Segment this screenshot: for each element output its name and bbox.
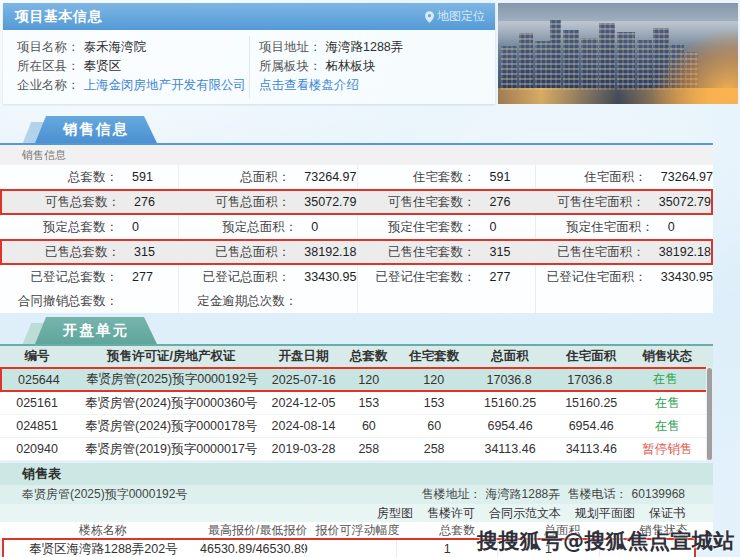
col-header-building: 楼栋名称 (0, 522, 205, 539)
unit-total-units: 258 (339, 442, 399, 456)
stat-cell: 已登记总套数：277 (0, 265, 178, 289)
company-link[interactable]: 上海金闵房地产开发有限公司 (84, 76, 247, 95)
link-floor-plan[interactable]: 房型图 (377, 505, 413, 522)
tab-opening-units[interactable]: 开盘单元 (35, 317, 157, 344)
stat-label: 总套数： (0, 169, 118, 186)
building-name: 奉贤区海湾路1288弄202号 (4, 541, 203, 557)
project-name-label: 项目名称： (17, 38, 80, 57)
opening-units-tab-row: 开盘单元 (0, 317, 740, 344)
stat-label: 已售总套数： (2, 244, 120, 261)
col-header-permit: 预售许可证/房地产权证 (74, 348, 268, 365)
sales-info-tab-label: 销售信息 (35, 116, 157, 143)
stat-label: 可售住宅面积： (535, 194, 645, 211)
tab-sales-info[interactable]: 销售信息 (35, 116, 157, 143)
sales-info-tab-underline (0, 143, 713, 145)
unit-row[interactable]: 025161 奉贤房管(2024)预字0000360号 2024-12-05 1… (0, 392, 713, 415)
stat-label: 预定总套数： (0, 219, 118, 236)
stat-cell: 总套数：591 (0, 165, 178, 189)
building-intro-link[interactable]: 点击查看楼盘介绍 (259, 76, 359, 95)
scrollbar-thumb[interactable] (707, 368, 712, 460)
block-field: 所属板块： 柘林板块 (259, 57, 495, 76)
unit-res-area: 34113.46 (551, 442, 632, 456)
address-field: 项目地址： 海湾路1288弄 (259, 38, 495, 57)
status-badge: 暂停销售 (632, 441, 703, 458)
col-header-open-date: 开盘日期 (268, 348, 339, 365)
office-phone-label: 售楼电话： (568, 487, 628, 501)
address-label: 项目地址： (259, 38, 322, 57)
map-pin-icon (425, 11, 434, 23)
project-basic-info-card: 项目基本信息 地图定位 项目名称： 泰禾海湾院 所在区县： 奉贤区 企业名 (3, 3, 495, 104)
link-sales-permit[interactable]: 售楼许可 (427, 505, 475, 522)
district-field: 所在区县： 奉贤区 (17, 57, 249, 76)
sales-info-row-reserved: 预定总套数：0 预定总面积：0 预定住宅套数：0 预定住宅面积：0 (0, 215, 713, 239)
units-table-header: 编号 预售许可证/房地产权证 开盘日期 总套数 住宅套数 总面积 住宅面积 销售… (0, 346, 713, 367)
link-planning-map[interactable]: 规划平面图 (575, 505, 635, 522)
sohu-watermark: 搜搜狐号@搜狐焦点宣城站 (477, 527, 735, 555)
stat-value: 591 (118, 170, 153, 184)
unit-res-area: 17036.8 (550, 373, 631, 387)
map-locate-link[interactable]: 地图定位 (425, 8, 485, 25)
office-address-label: 售楼地址： (422, 487, 482, 501)
unit-total-area: 6954.46 (469, 419, 550, 433)
stat-cell: 可售总面积：35072.79 (179, 191, 356, 213)
stat-value: 0 (654, 220, 675, 234)
block-value: 柘林板块 (326, 57, 376, 76)
stat-label: 已登记总套数： (0, 269, 118, 286)
project-card-right-column: 项目地址： 海湾路1288弄 所属板块： 柘林板块 点击查看楼盘介绍 (249, 30, 495, 104)
col-header-float: 报价可浮动幅度 (310, 522, 405, 539)
stat-label: 预定住宅面积： (536, 219, 654, 236)
stat-cell: 可售住宅面积：35072.79 (534, 191, 711, 213)
stat-cell: 预定住宅套数：0 (357, 215, 535, 239)
unit-total-units: 153 (339, 396, 399, 410)
sales-info-tab-row: 销售信息 (0, 116, 740, 143)
sales-info-row-registered: 已登记总套数：277 已登记总面积：33430.95 已登记住宅套数：277 已… (0, 265, 713, 289)
company-label: 企业名称： (17, 76, 80, 95)
opening-units-section: 开盘单元 编号 预售许可证/房地产权证 开盘日期 总套数 住宅套数 总面积 住宅… (0, 317, 740, 461)
unit-id: 025644 (2, 373, 76, 387)
unit-open-date: 2019-03-28 (268, 442, 339, 456)
unit-row-selected[interactable]: 025644 奉贤房管(2025)预字0000192号 2025-07-16 1… (0, 367, 713, 392)
photo-street-glow (498, 88, 738, 104)
stat-value: 38192.18 (290, 245, 356, 259)
unit-total-area: 34113.46 (469, 442, 550, 456)
stat-label: 定金逾期总次数： (179, 293, 297, 310)
address-value: 海湾路1288弄 (326, 38, 404, 57)
sales-info-section: 销售信息 销售信息 总套数：591 总面积：73264.97 住宅套数：591 … (0, 116, 740, 313)
link-guarantee[interactable]: 保证书 (649, 505, 685, 522)
unit-id: 024851 (0, 419, 74, 433)
stat-cell (357, 289, 535, 313)
unit-res-units: 153 (399, 396, 470, 410)
stat-value: 73264.97 (647, 170, 713, 184)
sales-info-row-total: 总套数：591 总面积：73264.97 住宅套数：591 住宅面积：73264… (0, 165, 713, 189)
project-card-header: 项目基本信息 地图定位 (3, 3, 495, 30)
stat-label: 可售住宅套数： (358, 194, 476, 211)
stat-cell: 可售住宅套数：276 (357, 191, 534, 213)
unit-total-area: 15160.25 (469, 396, 550, 410)
unit-res-area: 15160.25 (551, 396, 632, 410)
opening-units-table: 编号 预售许可证/房地产权证 开盘日期 总套数 住宅套数 总面积 住宅面积 销售… (0, 346, 713, 461)
unit-res-area: 6954.46 (551, 419, 632, 433)
link-contract-sample[interactable]: 合同示范文本 (489, 505, 561, 522)
col-header-price: 最高报价/最低报价 (205, 522, 310, 539)
stat-value: 0 (297, 220, 318, 234)
units-table-scrollbar[interactable] (706, 367, 713, 461)
stat-cell: 已登记住宅套数：277 (357, 265, 535, 289)
office-phone-value: 60139968 (632, 487, 685, 501)
status-badge: 在售 (630, 371, 700, 388)
sales-info-grid: 总套数：591 总面积：73264.97 住宅套数：591 住宅面积：73264… (0, 165, 713, 313)
district-value: 奉贤区 (84, 57, 122, 76)
unit-row[interactable]: 024851 奉贤房管(2024)预字0000178号 2024-08-14 6… (0, 415, 713, 438)
unit-open-date: 2024-12-05 (268, 396, 339, 410)
unit-row[interactable]: 020940 奉贤房管(2019)预字0000017号 2019-03-28 2… (0, 438, 713, 461)
stat-value: 315 (476, 245, 511, 259)
stat-label: 已售住宅面积： (535, 244, 645, 261)
stat-cell: 预定总面积：0 (178, 215, 356, 239)
stat-label: 已售总面积： (180, 244, 290, 261)
map-locate-label: 地图定位 (437, 8, 485, 25)
unit-res-units: 258 (399, 442, 470, 456)
stat-label: 预定住宅套数： (358, 219, 476, 236)
unit-open-date: 2025-07-16 (269, 373, 339, 387)
unit-id: 020940 (0, 442, 74, 456)
stat-value: 0 (118, 220, 139, 234)
sales-table-title: 销售表 (0, 463, 713, 485)
